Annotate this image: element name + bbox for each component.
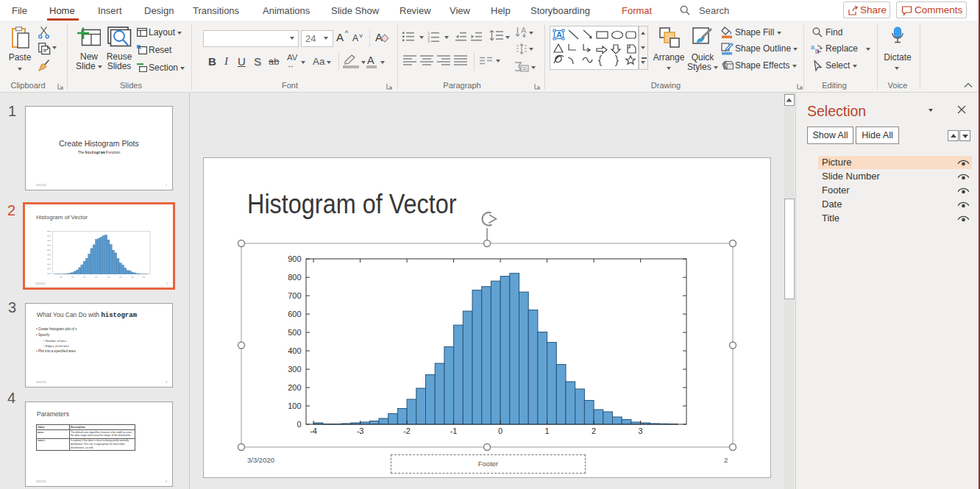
svg-text:3: 3 — [639, 426, 643, 435]
svg-text:-4: -4 — [310, 426, 317, 435]
svg-text:900: 900 — [288, 254, 301, 263]
svg-text:600: 600 — [288, 310, 301, 318]
svg-text:A: A — [556, 30, 562, 39]
svg-text:100: 100 — [288, 401, 301, 410]
svg-text:200: 200 — [288, 383, 301, 392]
svg-text:3: 3 — [427, 39, 430, 43]
svg-text:2: 2 — [592, 426, 596, 435]
svg-text:700: 700 — [288, 291, 301, 300]
svg-text:-3: -3 — [357, 426, 364, 435]
svg-text:0: 0 — [498, 426, 503, 435]
svg-text:0: 0 — [297, 420, 301, 429]
svg-text:-2: -2 — [403, 426, 411, 435]
svg-text:400: 400 — [288, 346, 301, 355]
svg-text:-1: -1 — [450, 426, 458, 435]
svg-text:800: 800 — [288, 273, 301, 282]
svg-text:1: 1 — [545, 426, 550, 435]
svg-text:500: 500 — [288, 328, 301, 337]
svg-text:300: 300 — [288, 365, 301, 374]
svg-text:a: a — [811, 43, 814, 51]
